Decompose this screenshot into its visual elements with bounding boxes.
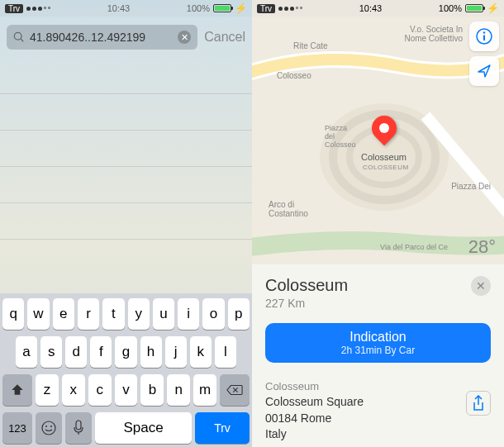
backspace-key[interactable] (220, 374, 250, 406)
list-item[interactable] (0, 167, 252, 203)
svg-line-1 (21, 39, 23, 41)
directions-button[interactable]: Indication 2h 31min By Car (265, 323, 491, 363)
key-a[interactable]: a (16, 336, 37, 368)
back-to-app[interactable]: Trv (5, 4, 23, 13)
key-k[interactable]: k (190, 336, 212, 368)
signal-dots (278, 7, 302, 11)
key-q[interactable]: q (2, 298, 24, 330)
shift-icon (10, 383, 25, 397)
phone-left-search: Trv 10:43 100% ⚡ 41.890426..12.492199 ✕ … (0, 0, 252, 447)
cancel-button[interactable]: Cancel (204, 30, 245, 45)
directions-label: Indication (272, 330, 484, 345)
number-key[interactable]: 123 (2, 412, 32, 444)
shift-key[interactable] (2, 374, 32, 406)
svg-point-4 (42, 421, 55, 435)
key-z[interactable]: z (36, 374, 59, 406)
key-f[interactable]: f (90, 336, 112, 368)
emoji-icon (40, 420, 57, 436)
key-r[interactable]: r (78, 298, 99, 330)
key-i[interactable]: i (178, 298, 199, 330)
close-icon: ✕ (476, 279, 486, 292)
clear-icon[interactable]: ✕ (178, 31, 191, 44)
address-label: Colosseum (265, 379, 491, 394)
search-row: 41.890426..12.492199 ✕ Cancel (0, 17, 252, 58)
charging-icon: ⚡ (235, 2, 247, 14)
svg-point-0 (14, 32, 21, 40)
back-to-app[interactable]: Trv (257, 4, 275, 13)
status-bar: Trv 10:43 100% ⚡ (252, 0, 504, 17)
emoji-key[interactable] (36, 412, 62, 444)
battery-icon (465, 4, 483, 12)
map-poi-sublabel: COLOSSEUM (363, 164, 409, 171)
search-box[interactable]: 41.890426..12.492199 ✕ (7, 25, 197, 50)
list-item[interactable] (0, 94, 252, 131)
address-line: Italy (265, 426, 491, 443)
key-y[interactable]: y (128, 298, 150, 330)
key-x[interactable]: x (62, 374, 85, 406)
keyboard: qwertyuiop asdfghjkl zxcvbnm 123 Space T… (0, 293, 252, 447)
map-label: Piazza del Colosseo (325, 124, 356, 149)
results-list (0, 58, 252, 240)
key-j[interactable]: j (165, 336, 187, 368)
map-poi-label: Colosseum (361, 152, 407, 162)
key-o[interactable]: o (202, 298, 224, 330)
map-pin[interactable] (372, 116, 397, 140)
battery-icon (213, 4, 231, 12)
info-button[interactable] (469, 21, 499, 51)
map-canvas[interactable]: Rite Cate V.o. Societa In Nome Collettiv… (252, 17, 504, 264)
map-label: Rite Cate (293, 41, 328, 50)
key-u[interactable]: u (153, 298, 174, 330)
map-label: Via del Parco del Ce (380, 243, 448, 251)
signal-dots (26, 7, 50, 11)
map-label: V.o. Societa In Nome Collettivo (404, 25, 463, 43)
svg-point-5 (45, 426, 47, 427)
key-m[interactable]: m (193, 374, 216, 406)
key-p[interactable]: p (228, 298, 250, 330)
svg-point-14 (483, 31, 485, 33)
key-d[interactable]: d (65, 336, 87, 368)
status-time: 10:43 (107, 3, 131, 13)
search-icon (13, 31, 25, 43)
info-icon (475, 27, 493, 45)
search-input[interactable]: 41.890426..12.492199 (30, 31, 173, 44)
map-controls (469, 21, 499, 86)
locate-button[interactable] (469, 56, 499, 86)
backspace-icon (226, 384, 243, 396)
phone-right-map: Trv 10:43 100% ⚡ Rite Cate V.o. Societa … (252, 0, 504, 447)
list-item[interactable] (0, 203, 252, 240)
weather-temp: 28° (468, 236, 496, 258)
key-v[interactable]: v (115, 374, 138, 406)
map-label: Piazza Dei (451, 182, 491, 191)
key-s[interactable]: s (40, 336, 62, 368)
battery-pct: 100% (187, 3, 210, 13)
address-line: Colosseum Square (265, 394, 491, 411)
directions-eta: 2h 31min By Car (272, 345, 484, 356)
svg-rect-7 (76, 421, 81, 430)
key-e[interactable]: e (53, 298, 74, 330)
share-button[interactable] (466, 391, 491, 416)
space-key[interactable]: Space (95, 412, 192, 444)
key-n[interactable]: n (167, 374, 190, 406)
mic-icon (73, 420, 84, 436)
status-bar: Trv 10:43 100% ⚡ (0, 0, 252, 17)
place-card: Colosseum 227 Km ✕ Indication 2h 31min B… (252, 264, 504, 447)
battery-pct: 100% (439, 3, 462, 13)
close-card-button[interactable]: ✕ (471, 276, 491, 296)
key-t[interactable]: t (102, 298, 124, 330)
key-h[interactable]: h (140, 336, 162, 368)
svg-point-6 (50, 426, 52, 427)
search-key[interactable]: Trv (195, 412, 250, 444)
status-time: 10:43 (359, 3, 383, 13)
map-label: Arco di Costantino (269, 200, 308, 218)
place-distance: 227 Km (265, 297, 348, 310)
list-item[interactable] (0, 58, 252, 94)
key-g[interactable]: g (115, 336, 136, 368)
key-w[interactable]: w (27, 298, 49, 330)
charging-icon: ⚡ (487, 2, 499, 14)
key-b[interactable]: b (140, 374, 164, 406)
list-item[interactable] (0, 131, 252, 167)
mic-key[interactable] (65, 412, 92, 444)
key-l[interactable]: l (215, 336, 236, 368)
address-line: 00184 Rome (265, 411, 491, 427)
key-c[interactable]: c (88, 374, 112, 406)
